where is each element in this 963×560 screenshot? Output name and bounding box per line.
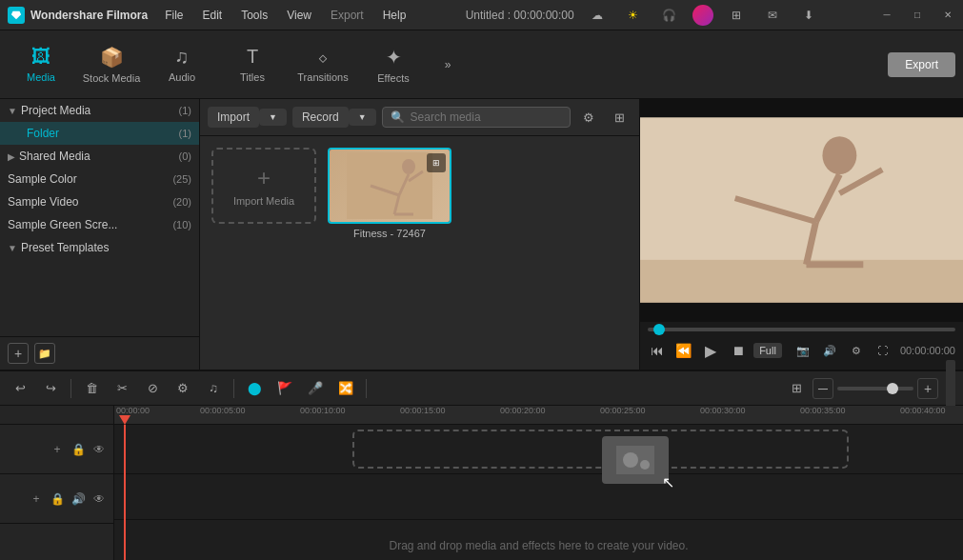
preview-video-svg [640, 117, 963, 303]
toolbar: 🖼 Media 📦 Stock Media ♫ Audio T Titles ⬦… [0, 30, 963, 99]
stop-button[interactable]: ⏹ [728, 339, 748, 362]
track1-visibility-icon[interactable]: 👁 [90, 441, 108, 458]
clip-color-button[interactable]: ⬤ [242, 376, 267, 401]
audio-tab-icon: ♫ [175, 46, 190, 68]
mail-icon[interactable]: ✉ [759, 2, 786, 29]
svg-rect-15 [640, 117, 963, 302]
sample-color-item[interactable]: Sample Color (25) [0, 168, 199, 190]
quality-button[interactable]: Full [753, 343, 782, 358]
project-media-item[interactable]: ▼ Project Media (1) [0, 99, 199, 122]
track2-lock-icon[interactable]: 🔒 [49, 490, 66, 508]
minimize-button[interactable]: ─ [872, 0, 902, 30]
shared-arrow: ▶ [8, 151, 15, 162]
sample-green-item[interactable]: Sample Green Scre... (10) [0, 213, 199, 236]
grid-icon[interactable]: ⊞ [723, 2, 750, 29]
import-button[interactable]: Import [208, 107, 259, 128]
close-button[interactable]: ✕ [933, 0, 963, 30]
adjust-button[interactable]: ⚙ [171, 376, 195, 401]
audio-detach-button[interactable]: 🔀 [333, 376, 358, 401]
drop-zone[interactable]: ↖ [352, 430, 849, 469]
menu-help[interactable]: Help [373, 0, 416, 30]
import-placeholder[interactable]: + Import Media [211, 148, 316, 224]
transitions-tab-label: Transitions [297, 71, 348, 83]
folder-item[interactable]: Folder (1) [0, 122, 199, 145]
shared-media-label: Shared Media [19, 150, 175, 163]
drop-zone-text-row: Drag and drop media and effects here to … [114, 539, 963, 552]
tab-stock-media[interactable]: 📦 Stock Media [78, 34, 145, 95]
step-back-button[interactable]: ⏪ [673, 339, 693, 362]
track2-add-icon[interactable]: + [28, 490, 45, 508]
shared-media-item[interactable]: ▶ Shared Media (0) [0, 145, 199, 168]
track1-add-icon[interactable]: + [49, 441, 66, 458]
volume-button[interactable]: 🔊 [818, 339, 841, 362]
screenshot-button[interactable]: 📷 [792, 339, 814, 362]
fitness-thumbnail[interactable]: ⊞ [328, 148, 451, 224]
track2-volume-icon[interactable]: 🔊 [70, 490, 87, 508]
tab-transitions[interactable]: ⬦ Transitions [290, 34, 356, 95]
maximize-button[interactable]: □ [902, 0, 933, 30]
menu-file[interactable]: File [155, 0, 192, 30]
delete-button[interactable]: 🗑 [79, 376, 104, 401]
toolbar-more-button[interactable]: » [434, 51, 461, 78]
tl-playhead[interactable] [124, 425, 126, 560]
ruler-tick-4: 00:00:20:00 [500, 406, 546, 415]
filter-icon[interactable]: ⚙ [576, 105, 601, 130]
media-grid: + Import Media [200, 136, 639, 370]
video-track: ↖ [114, 425, 963, 474]
expand-button[interactable]: ⛶ [872, 339, 894, 362]
ruler-tick-3: 00:00:15:00 [400, 406, 446, 415]
import-chevron-button[interactable]: ▼ [259, 109, 287, 126]
tl-separator-2 [233, 379, 234, 398]
menu-edit[interactable]: Edit [192, 0, 231, 30]
stock-tab-icon: 📦 [100, 46, 124, 69]
zoom-thumb[interactable] [887, 383, 898, 394]
sample-video-count: (20) [172, 196, 191, 208]
grid-view-icon[interactable]: ⊞ [607, 105, 632, 130]
track1-lock-icon[interactable]: 🔒 [70, 441, 87, 458]
zoom-slider[interactable] [837, 387, 913, 390]
tab-audio[interactable]: ♫ Audio [149, 34, 215, 95]
menu-tools[interactable]: Tools [231, 0, 277, 30]
redo-button[interactable]: ↪ [38, 376, 63, 401]
headphone-icon[interactable]: 🎧 [656, 2, 683, 29]
project-media-count: (1) [179, 105, 191, 116]
tab-media[interactable]: 🖼 Media [8, 34, 74, 95]
tab-effects[interactable]: ✦ Effects [360, 34, 427, 95]
play-button[interactable]: ▶ [699, 337, 722, 364]
app-logo-icon [8, 7, 25, 24]
record-chevron-button[interactable]: ▼ [349, 109, 376, 126]
sample-video-item[interactable]: Sample Video (20) [0, 190, 199, 213]
preset-templates-item[interactable]: ▼ Preset Templates [0, 236, 199, 259]
export-button[interactable]: Export [888, 52, 955, 77]
menu-export[interactable]: Export [321, 0, 373, 30]
preview-progress-bar[interactable] [648, 328, 955, 331]
tab-titles[interactable]: T Titles [219, 34, 286, 95]
user-avatar[interactable] [692, 5, 713, 26]
audio-adjust-button[interactable]: ♫ [201, 376, 226, 401]
disable-button[interactable]: ⊘ [140, 376, 165, 401]
tl-add-button[interactable]: ⊞ [784, 376, 809, 401]
marker-button[interactable]: 🚩 [272, 376, 297, 401]
media-item-fitness[interactable]: ⊞ Fitness - 72467 [328, 148, 451, 239]
folder-icon-button[interactable]: 📁 [34, 343, 55, 364]
prev-frame-button[interactable]: ⏮ [648, 339, 668, 362]
download-icon[interactable]: ⬇ [795, 2, 822, 29]
track2-controls: + 🔒 🔊 👁 [0, 474, 113, 524]
record-button[interactable]: Record [292, 107, 349, 128]
settings-button[interactable]: ⚙ [845, 339, 868, 362]
ruler-tick-7: 00:00:35:00 [800, 406, 846, 415]
zoom-out-button[interactable]: ─ [813, 378, 833, 399]
menu-view[interactable]: View [277, 0, 321, 30]
zoom-in-button[interactable]: + [917, 378, 938, 399]
add-folder-button[interactable]: + [8, 343, 29, 364]
search-input[interactable] [411, 110, 562, 124]
voiceover-button[interactable]: 🎤 [303, 376, 328, 401]
cloud-icon[interactable]: ☁ [584, 2, 611, 29]
track2-visibility-icon[interactable]: 👁 [90, 490, 108, 508]
progress-thumb[interactable] [653, 324, 665, 335]
ruler-tick-8: 00:00:40:00 [900, 406, 946, 415]
cut-button[interactable]: ✂ [110, 376, 134, 401]
preview-time: 00:00:00:00 [900, 345, 955, 356]
sun-icon[interactable]: ☀ [620, 2, 647, 29]
undo-button[interactable]: ↩ [8, 376, 32, 401]
